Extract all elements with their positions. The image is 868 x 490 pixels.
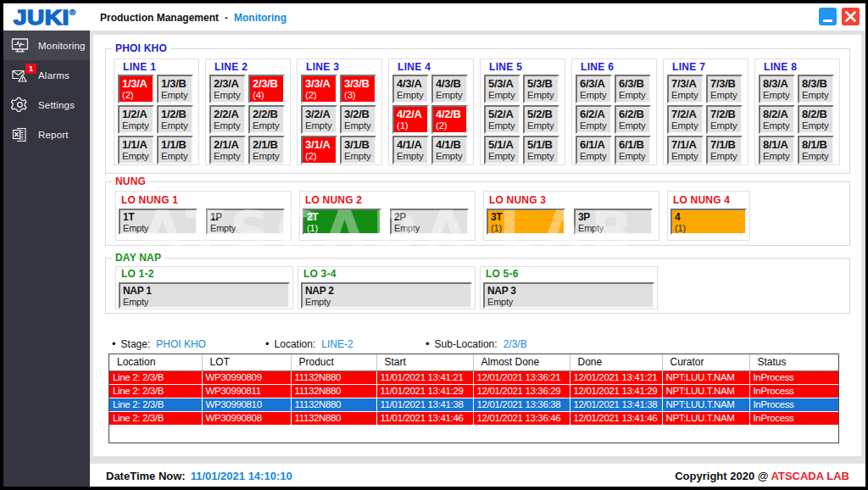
slot-cell-7-3-a[interactable]: 7/3/AEmpty	[667, 75, 704, 103]
slot-cell-1-3-a[interactable]: 1/3/A(2)	[118, 75, 154, 103]
slot-cell-3-3-a[interactable]: 3/3/A(2)	[301, 75, 337, 103]
table-row-1[interactable]: Line 2: 2/3/BWP3099080911132N88011/01/20…	[109, 370, 838, 384]
slot-cell-4[interactable]: 4(1)	[670, 209, 747, 235]
table-cell: 11/01/2021 13:41:21	[376, 370, 473, 384]
slot-cell-2-1-a[interactable]: 2/1/AEmpty	[209, 136, 246, 164]
slot-cell-7-2-a[interactable]: 7/2/AEmpty	[667, 105, 704, 134]
table-cell: 11132N880	[291, 370, 376, 384]
slot-cell-4-2-a[interactable]: 4/2/A(1)	[392, 105, 429, 134]
slot-cell-4-3-a[interactable]: 4/3/AEmpty	[392, 75, 429, 103]
slot-cell-5-3-a[interactable]: 5/3/AEmpty	[484, 75, 520, 103]
table-row-2[interactable]: Line 2: 2/3/BWP3099081111132N88011/01/20…	[109, 384, 838, 398]
close-button[interactable]	[842, 8, 860, 25]
slot-value: Empty	[397, 151, 427, 162]
slot-cell-3-1-b[interactable]: 3/1/BEmpty	[340, 136, 376, 164]
slot-cell-4-2-b[interactable]: 4/2/B(2)	[431, 105, 468, 134]
column-header-product[interactable]: Product	[291, 354, 376, 370]
slot-cell-8-1-b[interactable]: 8/1/BEmpty	[798, 136, 834, 164]
table-cell: 12/01/2021 13:36:29	[473, 384, 570, 398]
section-phoi-kho: PHOI KHO LINE 11/3/A(2)1/3/BEmpty1/2/AEm…	[105, 48, 850, 174]
slot-cell-8-2-a[interactable]: 8/2/AEmpty	[759, 105, 795, 134]
column-header-done[interactable]: Done	[570, 354, 662, 370]
table-cell: 11132N880	[291, 384, 376, 398]
day-nap-boxes-row: LO 1-2NAP 1EmptyLO 3-4NAP 2EmptyLO 5-6NA…	[115, 266, 658, 309]
slot-label: 6/2/B	[619, 108, 649, 120]
sidebar-item-alarms[interactable]: 1 Alarms	[3, 60, 90, 90]
sidebar-item-monitoring[interactable]: Monitoring	[3, 31, 90, 60]
slot-label: 2T	[307, 211, 380, 223]
slot-cell-2-2-b[interactable]: 2/2/BEmpty	[248, 105, 285, 134]
slot-cell-6-3-b[interactable]: 6/3/BEmpty	[615, 75, 651, 103]
slot-cell-6-1-a[interactable]: 6/1/AEmpty	[576, 136, 612, 164]
nung-box-4: LO NUNG 44(1)	[667, 191, 750, 241]
slot-cell-7-2-b[interactable]: 7/2/BEmpty	[706, 105, 743, 134]
slot-cell-1-1-a[interactable]: 1/1/AEmpty	[118, 136, 154, 164]
slot-label: 5/1/A	[488, 138, 519, 151]
column-header-curator[interactable]: Curator	[662, 354, 749, 370]
sidebar-item-report[interactable]: Report	[3, 120, 90, 149]
slot-label: 2/3/A	[214, 77, 244, 90]
slot-cell-4-1-b[interactable]: 4/1/BEmpty	[431, 136, 468, 164]
slot-cell-8-1-a[interactable]: 8/1/AEmpty	[759, 136, 795, 164]
slot-cell-5-3-b[interactable]: 5/3/BEmpty	[523, 75, 559, 103]
slot-cell-2-3-a[interactable]: 2/3/AEmpty	[209, 75, 246, 103]
column-header-lot[interactable]: LOT	[202, 354, 291, 370]
slot-cell-3-3-b[interactable]: 3/3/B(3)	[340, 75, 376, 103]
slot-cell-5-2-a[interactable]: 5/2/AEmpty	[484, 105, 520, 134]
slot-cell-6-2-a[interactable]: 6/2/AEmpty	[576, 105, 612, 134]
slot-cell-1-2-b[interactable]: 1/2/BEmpty	[157, 105, 193, 134]
slot-cell-nap-3[interactable]: NAP 3Empty	[483, 282, 654, 309]
slot-cell-8-3-b[interactable]: 8/3/BEmpty	[798, 75, 834, 103]
slot-cell-4-3-b[interactable]: 4/3/BEmpty	[431, 75, 468, 103]
column-header-start[interactable]: Start	[376, 354, 473, 370]
slot-cell-5-1-a[interactable]: 5/1/AEmpty	[484, 136, 520, 164]
table-cell: Line 2: 2/3/B	[109, 384, 202, 398]
slot-label: 7/1/B	[710, 138, 741, 151]
slot-cell-6-2-b[interactable]: 6/2/BEmpty	[615, 105, 651, 134]
column-header-almost-done[interactable]: Almost Done	[473, 354, 570, 370]
info-sub-location: •Sub-Location:2/3/B	[426, 337, 527, 350]
table-cell: InProcess	[749, 370, 838, 384]
slot-cell-nap-2[interactable]: NAP 2Empty	[301, 282, 472, 309]
sidebar-item-label: Report	[38, 130, 69, 140]
table-row-4[interactable]: Line 2: 2/3/BWP3099080811132N88011/01/20…	[109, 411, 838, 425]
slot-cell-6-3-a[interactable]: 6/3/AEmpty	[576, 75, 612, 103]
slot-cell-1-1-b[interactable]: 1/1/BEmpty	[157, 136, 193, 164]
slot-cell-8-2-b[interactable]: 8/2/BEmpty	[798, 105, 834, 134]
slot-cell-2-2-a[interactable]: 2/2/AEmpty	[209, 105, 246, 134]
slot-cell-7-1-b[interactable]: 7/1/BEmpty	[706, 136, 743, 164]
slot-cell-3-2-b[interactable]: 3/2/BEmpty	[340, 105, 376, 134]
column-header-location[interactable]: Location	[109, 354, 202, 370]
slot-cell-4-1-a[interactable]: 4/1/AEmpty	[392, 136, 429, 164]
slot-cell-3t[interactable]: 3T(1)	[487, 209, 565, 235]
slot-cell-8-3-a[interactable]: 8/3/AEmpty	[759, 75, 795, 103]
slot-cell-1-3-b[interactable]: 1/3/BEmpty	[157, 75, 193, 103]
slot-label: 4	[675, 211, 745, 223]
slot-cell-7-1-a[interactable]: 7/1/AEmpty	[667, 136, 704, 164]
slot-cell-1-2-a[interactable]: 1/2/AEmpty	[118, 105, 154, 134]
slot-cell-3-1-a[interactable]: 3/1/A(2)	[301, 136, 337, 164]
slot-cell-nap-1[interactable]: NAP 1Empty	[119, 282, 290, 309]
sidebar-item-settings[interactable]: Settings	[3, 90, 90, 120]
column-header-status[interactable]: Status	[749, 354, 838, 370]
table-row-3[interactable]: Line 2: 2/3/BWP3099081011132N88011/01/20…	[109, 398, 838, 411]
slot-cell-2-3-b[interactable]: 2/3/B(4)	[248, 75, 285, 103]
slot-cell-2t[interactable]: 2T(1)	[303, 209, 381, 235]
excel-report-icon	[11, 125, 29, 143]
slot-cell-5-1-b[interactable]: 5/1/BEmpty	[523, 136, 559, 164]
slot-cell-6-1-b[interactable]: 6/1/BEmpty	[615, 136, 651, 164]
slot-cell-5-2-b[interactable]: 5/2/BEmpty	[523, 105, 559, 134]
slot-cell-1t[interactable]: 1TEmpty	[119, 209, 198, 235]
alarm-count-badge: 1	[25, 64, 36, 74]
minimize-button[interactable]	[819, 8, 837, 25]
slot-cell-1p[interactable]: 1PEmpty	[206, 209, 285, 235]
day-nap-box-title: LO 5-6	[486, 269, 657, 280]
line-box-8: LINE 88/3/AEmpty8/3/BEmpty8/2/AEmpty8/2/…	[754, 58, 840, 165]
slot-cell-2-1-b[interactable]: 2/1/BEmpty	[248, 136, 285, 164]
slot-value: Empty	[619, 151, 649, 162]
slot-cell-3p[interactable]: 3PEmpty	[574, 209, 653, 235]
slot-cell-7-3-b[interactable]: 7/3/BEmpty	[706, 75, 743, 103]
slot-cell-3-2-a[interactable]: 3/2/AEmpty	[301, 105, 337, 134]
slot-cell-2p[interactable]: 2PEmpty	[390, 209, 469, 235]
slot-value: Empty	[488, 120, 519, 131]
